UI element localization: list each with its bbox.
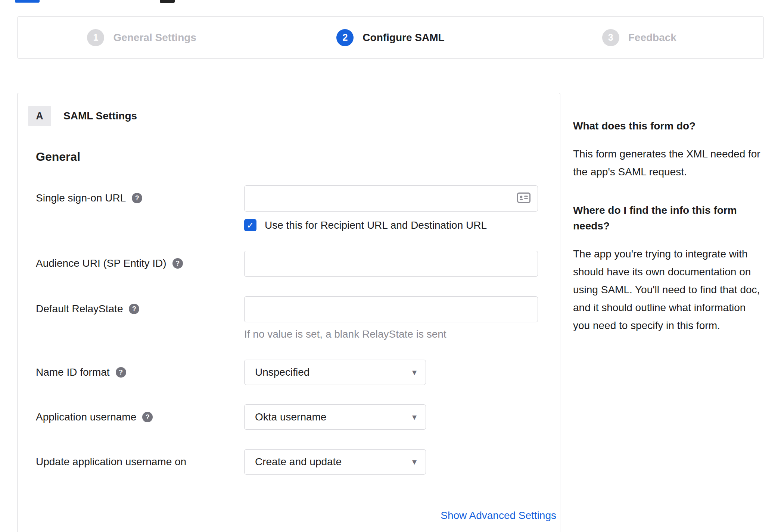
general-group-title: General — [36, 150, 560, 164]
relaystate-helper-text: If no value is set, a blank RelayState i… — [244, 328, 538, 340]
name-id-format-select[interactable]: Unspecified ▾ — [244, 360, 426, 385]
step-1-circle: 1 — [87, 29, 104, 46]
name-id-format-value: Unspecified — [255, 366, 309, 378]
chevron-down-icon: ▾ — [412, 413, 417, 422]
sidebar-heading-2: Where do I find the info this form needs… — [573, 203, 765, 234]
wizard-stepper: 1 General Settings 2 Configure SAML 3 Fe… — [17, 16, 764, 59]
audience-uri-label: Audience URI (SP Entity ID) — [36, 257, 167, 270]
recipient-url-checkbox[interactable]: ✓ — [244, 219, 256, 231]
sidebar-heading-1: What does this form do? — [573, 118, 765, 134]
field-default-relaystate: Default RelayState ? If no value is set,… — [36, 296, 560, 340]
default-relaystate-input[interactable] — [244, 296, 538, 322]
application-username-help-icon[interactable]: ? — [142, 412, 153, 422]
section-a-badge: A — [28, 106, 51, 126]
cropped-logo-fragment — [15, 0, 40, 3]
step-2-label: Configure SAML — [363, 32, 444, 44]
show-advanced-settings-link[interactable]: Show Advanced Settings — [441, 510, 556, 521]
field-sso-url: Single sign-on URL ? — [36, 185, 560, 231]
sso-url-help-icon[interactable]: ? — [132, 193, 142, 203]
audience-uri-input[interactable] — [244, 251, 538, 277]
default-relaystate-help-icon[interactable]: ? — [129, 304, 139, 314]
step-feedback[interactable]: 3 Feedback — [515, 17, 763, 58]
field-application-username: Application username ? Okta username ▾ — [36, 404, 560, 430]
step-1-label: General Settings — [113, 32, 196, 44]
sso-url-input[interactable] — [244, 185, 538, 212]
update-application-username-select[interactable]: Create and update ▾ — [244, 449, 426, 475]
step-2-circle: 2 — [336, 29, 354, 46]
application-username-select[interactable]: Okta username ▾ — [244, 404, 426, 430]
sidebar-body-1: This form generates the XML needed for t… — [573, 145, 765, 181]
name-id-format-label: Name ID format — [36, 366, 110, 379]
default-relaystate-label: Default RelayState — [36, 302, 123, 316]
step-3-label: Feedback — [628, 32, 676, 44]
cropped-title-fragment — [160, 0, 175, 3]
chevron-down-icon: ▾ — [412, 368, 417, 377]
name-id-format-help-icon[interactable]: ? — [116, 367, 126, 378]
saml-settings-card: A SAML Settings General Single sign-on U… — [17, 93, 560, 532]
section-title: SAML Settings — [63, 110, 137, 122]
sso-url-label: Single sign-on URL — [36, 191, 126, 205]
cropped-header — [0, 0, 781, 3]
application-username-label: Application username — [36, 410, 136, 424]
recipient-url-checkbox-label: Use this for Recipient URL and Destinati… — [265, 219, 487, 231]
audience-uri-help-icon[interactable]: ? — [172, 258, 183, 269]
update-application-username-value: Create and update — [255, 456, 342, 468]
field-name-id-format: Name ID format ? Unspecified ▾ — [36, 360, 560, 385]
field-update-application-username: Update application username on Create an… — [36, 449, 560, 475]
help-sidebar: What does this form do? This form genera… — [573, 93, 765, 356]
step-configure-saml[interactable]: 2 Configure SAML — [266, 17, 514, 58]
application-username-value: Okta username — [255, 411, 326, 423]
field-audience-uri: Audience URI (SP Entity ID) ? — [36, 251, 560, 277]
contact-card-icon[interactable] — [517, 193, 530, 204]
chevron-down-icon: ▾ — [412, 457, 417, 466]
update-application-username-label: Update application username on — [36, 455, 186, 469]
step-general-settings[interactable]: 1 General Settings — [18, 17, 266, 58]
sidebar-body-2: The app you're trying to integrate with … — [573, 245, 765, 335]
step-3-circle: 3 — [602, 29, 619, 46]
